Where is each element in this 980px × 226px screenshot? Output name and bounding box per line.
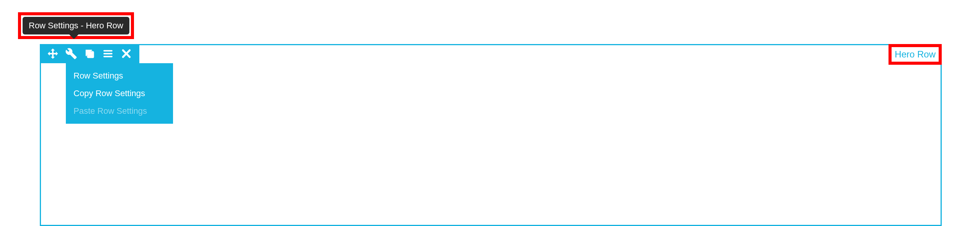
row-label-text: Hero Row xyxy=(895,49,936,60)
copy-button[interactable] xyxy=(80,44,99,63)
dropdown-item-copy-row-settings[interactable]: Copy Row Settings xyxy=(66,85,173,102)
row-label-highlight-box: Hero Row xyxy=(889,44,942,65)
tooltip-highlight-box: Row Settings - Hero Row xyxy=(18,12,134,39)
row-container: Row Settings Copy Row Settings Paste Row… xyxy=(40,44,942,226)
row-dropdown-menu: Row Settings Copy Row Settings Paste Row… xyxy=(66,63,173,124)
copy-icon xyxy=(84,48,95,59)
dropdown-item-label: Paste Row Settings xyxy=(74,106,147,116)
row-toolbar xyxy=(40,44,139,63)
close-button[interactable] xyxy=(117,44,136,63)
move-button[interactable] xyxy=(44,44,62,63)
tooltip-bubble: Row Settings - Hero Row xyxy=(23,17,129,34)
dropdown-item-paste-row-settings: Paste Row Settings xyxy=(66,102,173,120)
tooltip-text: Row Settings - Hero Row xyxy=(29,21,123,30)
move-icon xyxy=(47,48,59,59)
dropdown-item-label: Copy Row Settings xyxy=(74,88,145,98)
settings-button[interactable] xyxy=(62,44,80,63)
close-icon xyxy=(121,48,132,59)
menu-button[interactable] xyxy=(99,44,117,63)
dropdown-item-label: Row Settings xyxy=(74,71,123,80)
dropdown-item-row-settings[interactable]: Row Settings xyxy=(66,67,173,85)
row-label[interactable]: Hero Row xyxy=(895,48,936,61)
wrench-icon xyxy=(65,48,77,59)
menu-icon xyxy=(102,48,114,59)
tooltip-arrow xyxy=(69,34,78,39)
